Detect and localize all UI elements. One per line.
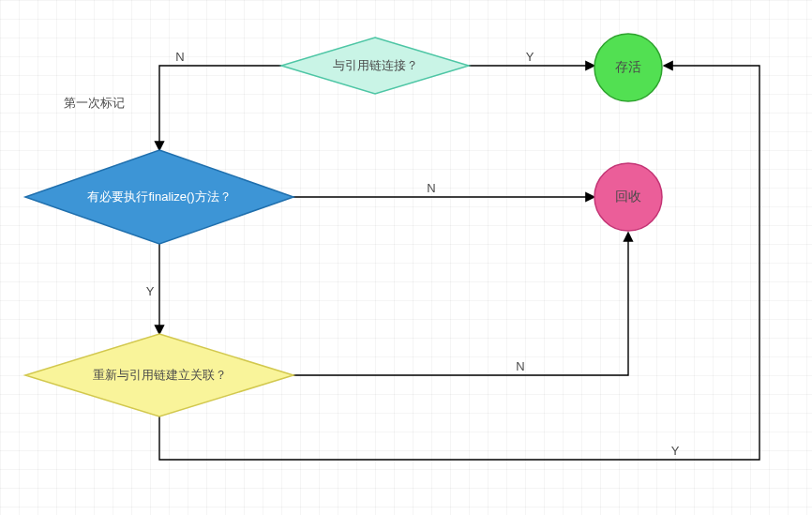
label-edge-d3-yes: Y <box>671 444 680 458</box>
grid-background <box>0 0 812 515</box>
label-edge-d1-yes: Y <box>526 50 534 64</box>
label-edge-d3-no: N <box>516 359 524 373</box>
label-c2: 回收 <box>615 189 641 205</box>
label-edge-d2-yes: Y <box>146 284 155 298</box>
label-edge-first-mark: 第一次标记 <box>64 95 125 112</box>
label-d1: 与引用链连接？ <box>333 57 418 74</box>
label-d3: 重新与引用链建立关联？ <box>93 367 227 384</box>
label-d2: 有必要执行finalize()方法？ <box>87 189 231 205</box>
diagram-canvas: 与引用链连接？ 有必要执行finalize()方法？ 重新与引用链建立关联？ 存… <box>0 0 812 515</box>
label-edge-d1-no: N <box>175 50 184 64</box>
label-edge-d2-no: N <box>427 181 435 195</box>
label-c1: 存活 <box>615 59 641 76</box>
